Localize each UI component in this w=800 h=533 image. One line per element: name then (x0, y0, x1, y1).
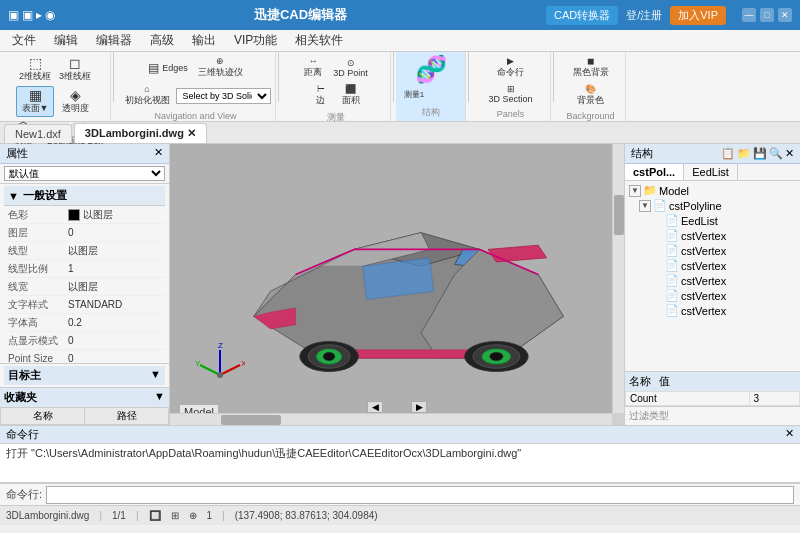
tree-item-vertex-2[interactable]: 📄 cstVertex (627, 243, 798, 258)
properties-content: ▼ 一般设置 色彩 以图层 图层 0 线型 以图层 线型比例 1 (0, 184, 169, 363)
menu-edit[interactable]: 编辑 (46, 30, 86, 51)
tree-item-vertex-5[interactable]: 📄 cstVertex (627, 288, 798, 303)
prop-linescale: 线型比例 1 (4, 260, 165, 278)
cmd-output-line-1: 打开 "C:\Users\Administrator\AppData\Roami… (6, 446, 794, 461)
toolbar-edges[interactable]: ▤ Edges (144, 59, 192, 77)
structure-group-label: 结构 (400, 106, 461, 119)
toolbar-distance[interactable]: ↔ 距离 (299, 54, 327, 81)
status-pagination: 1/1 (112, 510, 126, 521)
toolbar-init-view[interactable]: ⌂ 初始化视图 (121, 82, 174, 109)
toolbar-transparency[interactable]: ◈ 透明度 (56, 86, 94, 117)
viewport-scrollbar-h[interactable] (170, 413, 612, 425)
toolbar-edge[interactable]: ⊢ 边 (307, 82, 335, 109)
structure-big-icon[interactable]: 🧬 (415, 54, 447, 85)
toolbar-surface[interactable]: ▦ 表面▼ (16, 86, 54, 117)
vip-button[interactable]: 加入VIP (670, 6, 726, 25)
app-icon-3[interactable]: ▸ (36, 8, 42, 22)
toolbar-3d-section[interactable]: ⊞ 3D Section (485, 82, 537, 106)
tab-eed-list[interactable]: EedList (684, 164, 738, 180)
status-ortho-icon[interactable]: ⊕ (189, 510, 197, 521)
close-button[interactable]: ✕ (778, 8, 792, 22)
toolbar-measure1[interactable]: 测量1 (400, 87, 428, 102)
properties-header: 属性 ✕ (0, 144, 169, 164)
app-icon-4[interactable]: ◉ (45, 8, 55, 22)
viewport-corner-btn[interactable] (612, 413, 624, 425)
status-grid-icon[interactable]: ⊞ (171, 510, 179, 521)
color-swatch (68, 209, 80, 221)
select-by-dropdown[interactable]: Select by 3D Solid (176, 88, 271, 104)
properties-collapse-icon[interactable]: ✕ (154, 146, 163, 161)
cad-converter-button[interactable]: CAD转换器 (546, 6, 618, 25)
app-icon-2[interactable]: ▣ (22, 8, 33, 22)
orbit-icon: ⊕ (216, 56, 224, 66)
section-icon: ⊞ (507, 84, 515, 94)
polyline-icon: 📄 (653, 199, 667, 212)
collect-expand-icon[interactable]: ▼ (154, 390, 165, 405)
viewport-nav-prev[interactable]: ◀ (367, 401, 383, 413)
tree-item-model[interactable]: ▼ 📁 Model (627, 183, 798, 198)
tree-item-cstpolyline[interactable]: ▼ 📄 cstPolyline (627, 198, 798, 213)
tree-item-vertex-4[interactable]: 📄 cstVertex (627, 273, 798, 288)
tab-cst-pol[interactable]: cstPol... (625, 164, 684, 180)
maximize-button[interactable]: □ (760, 8, 774, 22)
login-button[interactable]: 登/注册 (626, 8, 662, 23)
separator-4 (468, 52, 469, 102)
search-icon[interactable]: 🔍 (769, 147, 783, 160)
menu-editor[interactable]: 编辑器 (88, 30, 140, 51)
separator-3 (393, 52, 394, 102)
menu-bar: 文件 编辑 编辑器 高级 输出 VIP功能 相关软件 (0, 30, 800, 52)
svg-marker-17 (488, 245, 547, 262)
wireframe-2d-icon: ⬚ (29, 56, 42, 70)
minus-icon[interactable]: ▼ (8, 190, 19, 202)
tree-item-eedlist[interactable]: 📄 EedList (627, 213, 798, 228)
viewport[interactable]: X Y Z Model ◀ ▶ (170, 144, 625, 425)
tab-new1[interactable]: New1.dxf (4, 124, 72, 143)
axis-indicator: X Y Z (195, 340, 245, 390)
toolbar-dark-bg[interactable]: ◼ 黑色背景 (569, 54, 613, 81)
general-section-header: ▼ 一般设置 (4, 186, 165, 206)
toolbar-structure-group: 🧬 测量1 结构 (396, 52, 466, 121)
props-value-tab[interactable]: 值 (659, 374, 670, 389)
props-name-tab[interactable]: 名称 (629, 374, 651, 389)
tree-item-vertex-3[interactable]: 📄 cstVertex (627, 258, 798, 273)
toolbar-3d-orbit[interactable]: ⊕ 三维轨迹仪 (194, 54, 247, 81)
toolbar-3d-point[interactable]: ⊙ 3D Point (329, 56, 372, 80)
menu-related[interactable]: 相关软件 (287, 30, 351, 51)
minimize-button[interactable]: — (742, 8, 756, 22)
tree-item-vertex-6[interactable]: 📄 cstVertex (627, 303, 798, 318)
target-expand-icon[interactable]: ▼ (150, 368, 161, 383)
command-input[interactable] (46, 486, 794, 504)
expand-model[interactable]: ▼ (629, 185, 641, 197)
toolbar-3d-wireframe[interactable]: ◻ 3维线框 (56, 54, 94, 85)
prop-layer: 图层 0 (4, 224, 165, 242)
separator-2 (278, 52, 279, 102)
panel-close-icon[interactable]: ✕ (785, 147, 794, 160)
toolbar-command-line[interactable]: ▶ 命令行 (493, 54, 528, 81)
filter-label: 过滤类型 (629, 410, 669, 421)
folder-icon[interactable]: 📁 (737, 147, 751, 160)
menu-file[interactable]: 文件 (4, 30, 44, 51)
viewport-nav-next[interactable]: ▶ (411, 401, 427, 413)
app-icon-1[interactable]: ▣ (8, 8, 19, 22)
menu-output[interactable]: 输出 (184, 30, 224, 51)
tree-item-vertex-1[interactable]: 📄 cstVertex (627, 228, 798, 243)
command-close-icon[interactable]: ✕ (785, 427, 794, 442)
background-group-label: Background (560, 111, 621, 121)
expand-cstpolyline[interactable]: ▼ (639, 200, 651, 212)
viewport-scrollbar-v[interactable] (612, 144, 624, 413)
status-snap-icon[interactable]: 🔲 (149, 510, 161, 521)
menu-advanced[interactable]: 高级 (142, 30, 182, 51)
clipboard-icon[interactable]: 📋 (721, 147, 735, 160)
properties-mode-select[interactable]: 默认值 (4, 166, 165, 181)
save-icon[interactable]: 💾 (753, 147, 767, 160)
viewport-thumb-v[interactable] (614, 195, 624, 235)
viewport-thumb-h[interactable] (221, 415, 281, 425)
tab-close-icon[interactable]: ✕ (187, 127, 196, 139)
nav-group-label: Navigation and View (120, 111, 271, 121)
toolbar-bg-color[interactable]: 🎨 背景色 (573, 82, 608, 109)
tab-lamborgini[interactable]: 3DLamborgini.dwg ✕ (74, 123, 207, 143)
toolbar-2d-wireframe[interactable]: ⬚ 2维线框 (16, 54, 54, 85)
point-icon: ⊙ (347, 58, 355, 68)
toolbar-area[interactable]: ⬛ 面积 (337, 82, 365, 109)
menu-vip[interactable]: VIP功能 (226, 30, 285, 51)
